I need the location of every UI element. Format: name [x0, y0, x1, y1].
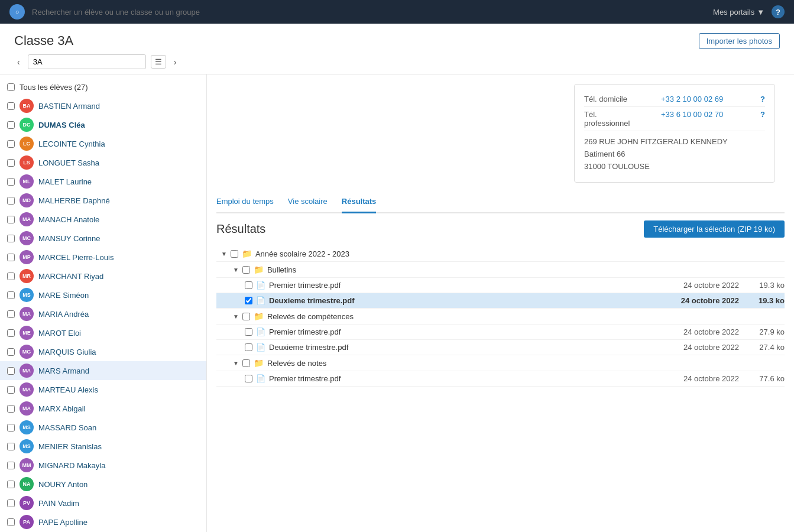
import-photos-button[interactable]: Importer les photos	[699, 33, 780, 49]
file-row[interactable]: 📄 Deuxieme trimestre.pdf 24 octobre 2022…	[216, 293, 785, 309]
search-input[interactable]	[32, 8, 706, 17]
student-checkbox[interactable]	[7, 443, 15, 450]
file-checkbox[interactable]	[245, 375, 252, 382]
file-checkbox[interactable]	[245, 343, 252, 351]
portails-menu[interactable]: Mes portails ▼	[713, 8, 764, 17]
class-next-arrow[interactable]: ›	[171, 56, 180, 68]
file-checkbox[interactable]	[245, 281, 252, 289]
student-checkbox[interactable]	[7, 329, 15, 337]
folder-row[interactable]: ▼ 📁 Relevés de notes	[216, 355, 785, 371]
student-checkbox[interactable]	[7, 235, 15, 242]
folder-checkbox[interactable]	[242, 359, 250, 367]
student-name: LONGUET Sasha	[38, 158, 99, 167]
student-item[interactable]: NA NOURY Anton	[0, 475, 206, 494]
student-item[interactable]: MR MARCHANT Riyad	[0, 267, 206, 286]
file-size: 27.4 ko	[752, 343, 785, 352]
student-item[interactable]: MP MARCEL Pierre-Louis	[0, 248, 206, 267]
student-checkbox[interactable]	[7, 405, 15, 413]
student-item[interactable]: MG MARQUIS Giulia	[0, 342, 206, 361]
student-item[interactable]: MA MARTEAU Alexis	[0, 380, 206, 399]
student-item[interactable]: MA MARIA Andréa	[0, 304, 206, 323]
class-input[interactable]	[28, 54, 146, 69]
class-menu-icon[interactable]: ☰	[151, 55, 166, 69]
download-button[interactable]: Télécharger la sélection (ZIP 19 ko)	[644, 220, 785, 238]
all-students-checkbox[interactable]	[7, 83, 15, 91]
student-checkbox[interactable]	[7, 481, 15, 488]
student-checkbox[interactable]	[7, 518, 15, 526]
student-item[interactable]: PV PAIN Vadim	[0, 494, 206, 512]
student-item[interactable]: PA PAPE Apolline	[0, 512, 206, 531]
file-checkbox[interactable]	[245, 328, 252, 336]
student-item[interactable]: DC DUMAS Cléa	[0, 115, 206, 134]
chevron-icon[interactable]: ▼	[233, 360, 239, 366]
student-avatar: MR	[20, 269, 34, 283]
folder-row[interactable]: ▼ 📁 Année scolaire 2022 - 2023	[216, 246, 785, 262]
student-checkbox[interactable]	[7, 291, 15, 299]
student-sidebar: Tous les élèves (27) BA BASTIEN Armand D…	[0, 74, 207, 532]
file-name: Premier trimestre.pdf	[269, 374, 680, 383]
file-name: Deuxieme trimestre.pdf	[269, 343, 680, 352]
student-avatar: PA	[20, 515, 34, 529]
student-item[interactable]: MS MASSARD Soan	[0, 418, 206, 437]
student-item[interactable]: MA MANACH Anatole	[0, 210, 206, 229]
tel-domicile-help-icon[interactable]: ?	[760, 95, 765, 103]
student-checkbox[interactable]	[7, 102, 15, 110]
student-item[interactable]: MM MIGNARD Makayla	[0, 456, 206, 475]
student-checkbox[interactable]	[7, 178, 15, 186]
help-button[interactable]: ?	[772, 5, 785, 18]
tab-vie-scolaire[interactable]: Vie scolaire	[288, 192, 328, 213]
student-name: PAPE Apolline	[38, 518, 87, 527]
student-checkbox[interactable]	[7, 367, 15, 375]
student-item[interactable]: BA BASTIEN Armand	[0, 96, 206, 115]
chevron-icon[interactable]: ▼	[233, 313, 239, 320]
student-item[interactable]: ME MAROT Eloi	[0, 323, 206, 342]
student-item[interactable]: LC LECOINTE Cynthia	[0, 134, 206, 153]
student-checkbox[interactable]	[7, 310, 15, 318]
student-checkbox[interactable]	[7, 140, 15, 148]
student-checkbox[interactable]	[7, 424, 15, 432]
student-checkbox[interactable]	[7, 273, 15, 280]
file-row[interactable]: 📄 Premier trimestre.pdf 24 octobre 2022 …	[216, 325, 785, 340]
student-item[interactable]: LS LONGUET Sasha	[0, 153, 206, 172]
student-checkbox[interactable]	[7, 159, 15, 167]
student-item[interactable]: MD MALHERBE Daphné	[0, 191, 206, 210]
all-students-row[interactable]: Tous les élèves (27)	[0, 80, 206, 96]
student-checkbox[interactable]	[7, 121, 15, 129]
folder-row[interactable]: ▼ 📁 Bulletins	[216, 262, 785, 278]
student-checkbox[interactable]	[7, 386, 15, 394]
student-name: MARQUIS Giulia	[38, 348, 96, 356]
file-row[interactable]: 📄 Premier trimestre.pdf 24 octobre 2022 …	[216, 371, 785, 387]
student-avatar: MA	[20, 382, 34, 397]
student-item[interactable]: MA MARS Armand	[0, 361, 206, 380]
student-checkbox[interactable]	[7, 254, 15, 261]
student-item[interactable]: MC MANSUY Corinne	[0, 229, 206, 248]
chevron-icon[interactable]: ▼	[221, 251, 227, 257]
student-item[interactable]: MS MENIER Stanislas	[0, 437, 206, 456]
tab-résultats[interactable]: Résultats	[342, 192, 377, 213]
folder-checkbox[interactable]	[231, 250, 238, 258]
student-checkbox[interactable]	[7, 197, 15, 205]
class-prev-arrow[interactable]: ‹	[14, 56, 23, 68]
student-avatar: ME	[20, 326, 34, 340]
pdf-icon: 📄	[256, 374, 265, 383]
student-item[interactable]: MS MARE Siméon	[0, 286, 206, 304]
tel-pro-help-icon[interactable]: ?	[760, 110, 765, 119]
folder-checkbox[interactable]	[242, 313, 250, 320]
file-size: 19.3 ko	[752, 296, 785, 305]
file-row[interactable]: 📄 Premier trimestre.pdf 24 octobre 2022 …	[216, 278, 785, 293]
folder-row[interactable]: ▼ 📁 Relevés de compétences	[216, 309, 785, 325]
chevron-icon[interactable]: ▼	[233, 267, 239, 273]
file-row[interactable]: 📄 Deuxieme trimestre.pdf 24 octobre 2022…	[216, 340, 785, 355]
folder-checkbox[interactable]	[242, 266, 250, 274]
tab-emploi-du-temps[interactable]: Emploi du temps	[216, 192, 274, 213]
student-checkbox[interactable]	[7, 499, 15, 507]
student-checkbox[interactable]	[7, 462, 15, 469]
results-title: Résultats	[216, 222, 265, 236]
student-item[interactable]: MA MARX Abigail	[0, 399, 206, 418]
student-checkbox[interactable]	[7, 216, 15, 223]
student-name: MANACH Anatole	[38, 215, 99, 224]
student-item[interactable]: ML MALET Laurine	[0, 172, 206, 191]
file-checkbox[interactable]	[245, 297, 252, 304]
student-checkbox[interactable]	[7, 348, 15, 356]
student-avatar: MS	[20, 420, 34, 434]
